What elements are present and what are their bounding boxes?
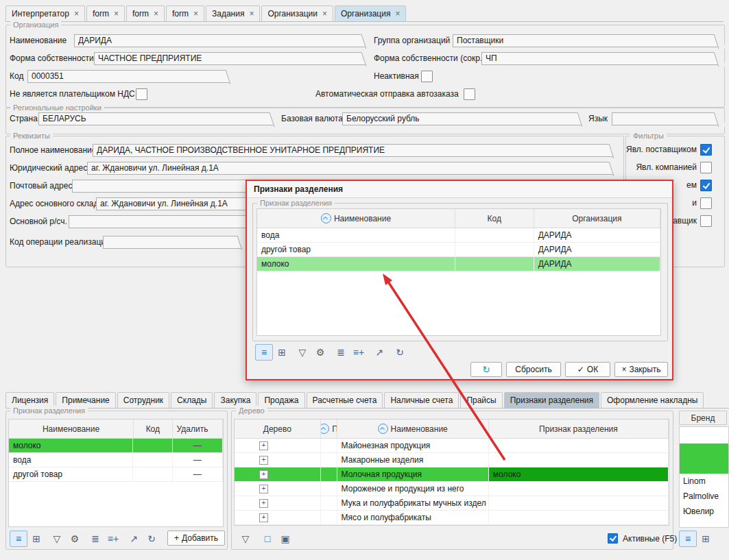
brand-item[interactable]: Ювелир <box>680 504 728 519</box>
table-row[interactable]: вода ДАРИДА <box>257 228 660 243</box>
tree-row[interactable]: + Мука и полуфабрикаты мучных издел <box>235 496 669 511</box>
numbered-list-icon[interactable]: ≣ <box>332 344 350 361</box>
close-icon[interactable]: × <box>114 10 119 18</box>
close-button[interactable]: ×Закрыть <box>614 362 668 377</box>
table-view-icon[interactable]: ⊞ <box>697 531 715 547</box>
expand-icon[interactable]: + <box>259 456 268 465</box>
country-input[interactable]: БЕЛАРУСЬ <box>38 112 276 125</box>
tab-form-3[interactable]: form× <box>166 5 204 21</box>
brand-item[interactable] <box>680 427 728 443</box>
tab-nalichnye-scheta[interactable]: Наличные счета <box>384 392 459 408</box>
refresh-icon[interactable]: ↻ <box>143 531 160 547</box>
tree-row[interactable]: + Мясо и полуфабрикаты <box>235 511 669 525</box>
filter-5-checkbox[interactable] <box>700 215 712 227</box>
add-to-list-icon[interactable]: ≡+ <box>350 344 368 361</box>
delete-cell[interactable]: — <box>173 467 223 481</box>
tree-row[interactable]: + Мороженое и продукция из него <box>235 482 669 496</box>
col-name-header[interactable]: Наименование <box>337 419 489 438</box>
view-list-icon[interactable]: ≡ <box>10 531 27 547</box>
view-list-icon[interactable]: ≡ <box>255 344 273 361</box>
tab-priznaki-razdeleniya[interactable]: Признаки разделения <box>504 392 599 408</box>
full-name-input[interactable]: ДАРИДА, ЧАСТНОЕ ПРОИЗВОДСТВЕННОЕ УНИТАРН… <box>93 144 615 157</box>
name-input[interactable]: ДАРИДА <box>74 34 368 47</box>
tree-row[interactable]: + Макаронные изделия <box>235 453 669 467</box>
tab-form-2[interactable]: form× <box>126 5 165 21</box>
col-name-header[interactable]: Наименование <box>257 209 455 228</box>
view-list-icon[interactable]: ≡ <box>679 531 697 547</box>
op-code-input[interactable] <box>103 236 243 249</box>
table-row[interactable]: вода — <box>9 453 223 467</box>
sort-asc-icon[interactable] <box>378 424 388 434</box>
tab-sklady[interactable]: Склады <box>171 392 213 408</box>
active-filter-checkbox[interactable] <box>608 533 618 544</box>
col-code-header[interactable]: Код <box>455 209 534 228</box>
settings-gear-icon[interactable]: ⚙ <box>311 344 329 361</box>
ownership-input[interactable]: ЧАСТНОЕ ПРЕДПРИЯТИЕ <box>94 52 368 65</box>
expand-icon[interactable]: + <box>259 485 268 494</box>
filter-icon[interactable]: ▽ <box>294 344 311 361</box>
sort-asc-icon[interactable] <box>321 424 330 434</box>
add-button[interactable]: +Добавить <box>167 531 225 546</box>
tab-zadaniya[interactable]: Задания× <box>206 5 260 21</box>
settings-gear-icon[interactable]: ⚙ <box>66 531 84 547</box>
tab-oformlenie-nakladny[interactable]: Оформление накладны <box>601 392 704 408</box>
expand-icon[interactable]: + <box>259 470 268 479</box>
table-view-icon[interactable]: ⊞ <box>273 344 291 361</box>
expand-icon[interactable]: + <box>259 513 268 522</box>
export-icon[interactable]: ↗ <box>370 344 388 361</box>
table-row[interactable]: молоко ДАРИДА <box>257 257 660 271</box>
card-view-icon[interactable]: □ <box>259 531 276 547</box>
ownership-short-input[interactable]: ЧП <box>481 52 720 65</box>
close-icon[interactable]: × <box>193 10 198 18</box>
brand-item[interactable]: Linom <box>680 474 728 489</box>
filter-3-checkbox[interactable] <box>700 180 712 191</box>
table-view-icon[interactable]: ⊞ <box>27 531 45 547</box>
filter-company-checkbox[interactable] <box>700 162 712 173</box>
org-group-input[interactable]: Поставщики <box>453 34 720 47</box>
tab-organizatsiya[interactable]: Организация× <box>335 5 406 21</box>
close-icon[interactable]: × <box>395 10 400 18</box>
table-row[interactable]: молоко — <box>9 439 223 453</box>
col-org-header[interactable]: Организация <box>534 209 660 228</box>
cards-stack-icon[interactable]: ▣ <box>276 531 294 547</box>
col-p-header[interactable]: П <box>321 419 337 438</box>
tab-sotrudnik[interactable]: Сотрудник <box>117 392 169 408</box>
legal-address-input[interactable]: аг. Ждановичи ул. Линейная д.1А <box>87 162 615 175</box>
delete-cell[interactable]: — <box>173 439 223 452</box>
table-row[interactable]: другой товар — <box>9 467 223 482</box>
tab-organizatsii[interactable]: Организации× <box>261 5 333 21</box>
ok-button[interactable]: ✓ОК <box>565 362 610 377</box>
col-code-header[interactable]: Код <box>134 419 173 438</box>
tab-praysy[interactable]: Прайсы <box>460 392 502 408</box>
filter-icon[interactable]: ▽ <box>237 531 254 547</box>
close-icon[interactable]: × <box>74 10 79 18</box>
sort-asc-icon[interactable] <box>321 213 331 223</box>
add-to-list-icon[interactable]: ≡+ <box>104 531 122 547</box>
table-row[interactable]: другой товар ДАРИДА <box>257 243 660 257</box>
brand-header[interactable]: Бренд <box>679 411 727 425</box>
refresh-button[interactable]: ↻ <box>470 362 502 377</box>
expand-icon[interactable]: + <box>259 499 268 508</box>
reset-button[interactable]: Сбросить <box>506 362 561 377</box>
tree-row[interactable]: + Молочная продукция молоко <box>235 467 669 482</box>
close-icon[interactable]: × <box>249 10 254 18</box>
export-icon[interactable]: ↗ <box>125 531 143 547</box>
col-name-header[interactable]: Наименование <box>9 419 134 438</box>
numbered-list-icon[interactable]: ≣ <box>86 531 104 547</box>
no-vat-checkbox[interactable] <box>136 88 147 100</box>
brand-item[interactable] <box>680 443 728 474</box>
delete-cell[interactable]: — <box>173 453 223 467</box>
col-tree-header[interactable]: Дерево <box>235 419 321 438</box>
auto-order-checkbox[interactable] <box>464 88 475 100</box>
col-attr-header[interactable]: Признак разделения <box>489 419 669 438</box>
tree-row[interactable]: + Майонезная продукция <box>235 439 669 453</box>
code-input[interactable]: 0000351 <box>27 70 232 83</box>
filter-icon[interactable]: ▽ <box>48 531 66 547</box>
filter-supplier-checkbox[interactable] <box>700 144 712 156</box>
tab-raschetnye-scheta[interactable]: Расчетные счета <box>307 392 383 408</box>
expand-icon[interactable]: + <box>259 441 268 450</box>
close-icon[interactable]: × <box>154 10 158 18</box>
currency-input[interactable]: Белорусский рубль <box>342 112 584 125</box>
col-delete-header[interactable]: Удалить <box>173 419 223 438</box>
tab-form-1[interactable]: form× <box>86 5 125 21</box>
